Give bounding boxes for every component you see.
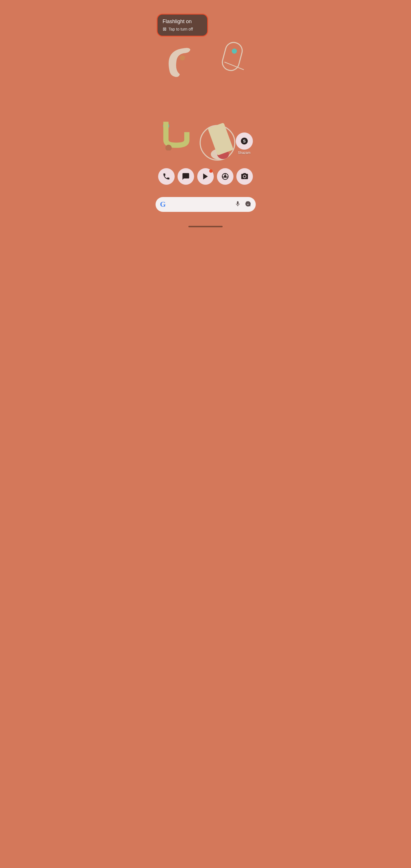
flashlight-icon: ⊠	[163, 26, 166, 32]
camera-app-icon[interactable]	[236, 168, 253, 185]
svg-point-4	[200, 125, 234, 160]
svg-rect-2	[220, 41, 244, 72]
svg-rect-9	[208, 123, 233, 155]
teal-dot-top	[232, 49, 237, 54]
google-logo: G	[160, 200, 166, 209]
phone-app-icon[interactable]	[158, 168, 175, 185]
messages-app-icon[interactable]	[178, 168, 194, 185]
shazam-icon-circle: S	[236, 132, 253, 150]
svg-point-0	[179, 55, 186, 61]
teal-dot-mid	[163, 123, 169, 129]
svg-point-13	[224, 175, 226, 178]
home-indicator	[188, 226, 223, 227]
svg-text:S: S	[243, 139, 246, 143]
rect-shape	[206, 121, 235, 157]
google-search-bar[interactable]: G	[156, 197, 256, 212]
curve-shape	[161, 46, 192, 80]
flashlight-action-label: Tap to turn off	[169, 27, 193, 31]
svg-point-7	[165, 145, 171, 151]
notification-badge	[209, 169, 213, 173]
svg-point-6	[217, 149, 229, 159]
shazam-label: Shazam	[238, 151, 250, 155]
pill-shape	[219, 41, 248, 82]
chrome-app-icon[interactable]	[217, 168, 233, 185]
flashlight-title: Flashlight on	[163, 19, 202, 25]
svg-point-5	[211, 149, 227, 159]
svg-line-3	[224, 62, 244, 70]
svg-marker-11	[203, 174, 208, 180]
svg-point-1	[180, 55, 185, 60]
u-shape	[158, 119, 195, 151]
shazam-app[interactable]: S Shazam	[236, 132, 253, 155]
voice-search-icon[interactable]	[234, 201, 241, 209]
circle-shape	[197, 123, 238, 163]
dock	[152, 168, 259, 185]
lens-search-icon[interactable]	[245, 201, 251, 209]
flashlight-notification[interactable]: Flashlight on ⊠ Tap to turn off	[157, 14, 208, 36]
search-icons-group	[234, 201, 251, 209]
play-store-app-icon[interactable]	[197, 168, 214, 185]
flashlight-subtitle: ⊠ Tap to turn off	[163, 26, 202, 32]
